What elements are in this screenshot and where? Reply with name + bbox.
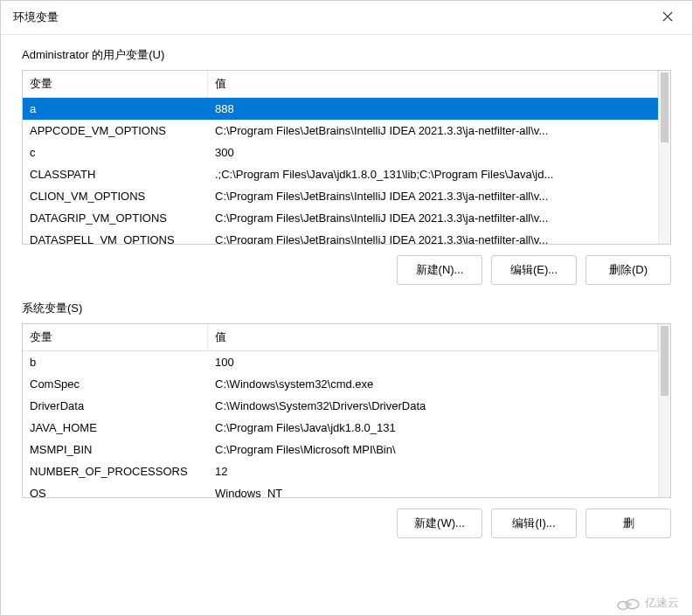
user-vars-label: Administrator 的用户变量(U) [22,47,671,63]
table-row[interactable]: DATASPELL_VM_OPTIONSC:\Program Files\Jet… [23,229,658,244]
cell-value: C:\Windows\system32\cmd.exe [208,373,658,395]
cell-variable: CLION_VM_OPTIONS [23,185,208,207]
cell-value: C:\Program Files\JetBrains\IntelliJ IDEA… [208,229,658,244]
table-row[interactable]: ComSpecC:\Windows\system32\cmd.exe [23,373,658,395]
user-vars-section: Administrator 的用户变量(U) 变量 值 a888APPCODE_… [22,47,671,285]
user-vars-table: 变量 值 a888APPCODE_VM_OPTIONSC:\Program Fi… [22,70,671,245]
cell-variable: c [23,142,208,163]
cell-value: C:\Program Files\JetBrains\IntelliJ IDEA… [208,207,658,229]
cell-variable: JAVA_HOME [23,417,208,439]
cell-value: 100 [208,351,658,373]
table-row[interactable]: DATAGRIP_VM_OPTIONSC:\Program Files\JetB… [23,207,658,229]
cell-value: Windows_NT [208,482,658,497]
cell-value: 300 [208,142,658,163]
cell-variable: a [23,98,208,120]
cell-value: C:\Program Files\Microsoft MPI\Bin\ [208,439,658,460]
cell-value: .;C:\Program Files\Java\jdk1.8.0_131\lib… [208,163,658,185]
edit-user-var-button[interactable]: 编辑(E)... [491,255,577,285]
cell-variable: CLASSPATH [23,163,208,185]
system-vars-section: 系统变量(S) 变量 值 b100ComSpecC:\Windows\syste… [22,301,671,538]
table-row[interactable]: APPCODE_VM_OPTIONSC:\Program Files\JetBr… [23,120,658,142]
user-vars-body: a888APPCODE_VM_OPTIONSC:\Program Files\J… [23,98,658,244]
cell-value: C:\Program Files\JetBrains\IntelliJ IDEA… [208,120,658,142]
header-variable[interactable]: 变量 [23,71,208,97]
scroll-thumb[interactable] [661,73,669,142]
title-bar: 环境变量 [1,1,692,35]
user-vars-buttons: 新建(N)... 编辑(E)... 删除(D) [22,255,671,285]
svg-point-2 [628,603,631,606]
cell-variable: NUMBER_OF_PROCESSORS [23,460,208,482]
watermark-text: 亿速云 [645,595,679,611]
table-row[interactable]: CLION_VM_OPTIONSC:\Program Files\JetBrai… [23,185,658,207]
new-system-var-button[interactable]: 新建(W)... [397,509,482,538]
table-row[interactable]: b100 [23,351,658,373]
system-vars-table: 变量 值 b100ComSpecC:\Windows\system32\cmd.… [22,323,671,498]
watermark: 亿速云 [615,595,679,611]
dialog-content: Administrator 的用户变量(U) 变量 值 a888APPCODE_… [1,35,692,615]
cell-variable: DriverData [23,395,208,417]
new-user-var-button[interactable]: 新建(N)... [397,255,482,285]
system-vars-buttons: 新建(W)... 编辑(I)... 删 [22,509,671,538]
cell-variable: ComSpec [23,373,208,395]
table-row[interactable]: OSWindows_NT [23,482,658,497]
system-vars-scrollbar[interactable] [658,324,670,497]
table-row[interactable]: JAVA_HOMEC:\Program Files\Java\jdk1.8.0_… [23,417,658,439]
cell-value: C:\Windows\System32\Drivers\DriverData [208,395,658,417]
system-vars-header: 变量 值 [23,324,658,351]
cell-variable: b [23,351,208,373]
scroll-thumb[interactable] [661,326,669,396]
table-row[interactable]: CLASSPATH.;C:\Program Files\Java\jdk1.8.… [23,163,658,185]
table-row[interactable]: MSMPI_BINC:\Program Files\Microsoft MPI\… [23,439,658,460]
table-row[interactable]: NUMBER_OF_PROCESSORS12 [23,460,658,482]
header-value[interactable]: 值 [208,324,658,350]
cell-value: C:\Program Files\Java\jdk1.8.0_131 [208,417,658,439]
cell-value: 888 [208,98,658,120]
close-icon[interactable] [655,8,680,27]
cell-variable: APPCODE_VM_OPTIONS [23,120,208,142]
user-vars-scrollbar[interactable] [658,71,670,244]
env-variables-dialog: 环境变量 Administrator 的用户变量(U) 变量 值 a888APP… [0,0,693,616]
delete-system-var-button[interactable]: 删 [586,509,671,538]
system-vars-label: 系统变量(S) [22,301,671,316]
cell-variable: DATASPELL_VM_OPTIONS [23,229,208,244]
cloud-icon [615,595,641,611]
cell-variable: OS [23,482,208,497]
delete-user-var-button[interactable]: 删除(D) [586,255,671,285]
table-row[interactable]: a888 [23,98,658,120]
table-row[interactable]: DriverDataC:\Windows\System32\Drivers\Dr… [23,395,658,417]
user-vars-header: 变量 值 [23,71,658,98]
cell-value: 12 [208,460,658,482]
header-value[interactable]: 值 [208,71,658,97]
system-vars-body: b100ComSpecC:\Windows\system32\cmd.exeDr… [23,351,658,497]
cell-variable: DATAGRIP_VM_OPTIONS [23,207,208,229]
header-variable[interactable]: 变量 [23,324,208,350]
cell-variable: MSMPI_BIN [23,439,208,460]
window-title: 环境变量 [13,10,59,25]
cell-value: C:\Program Files\JetBrains\IntelliJ IDEA… [208,185,658,207]
table-row[interactable]: c300 [23,142,658,163]
edit-system-var-button[interactable]: 编辑(I)... [491,509,577,538]
